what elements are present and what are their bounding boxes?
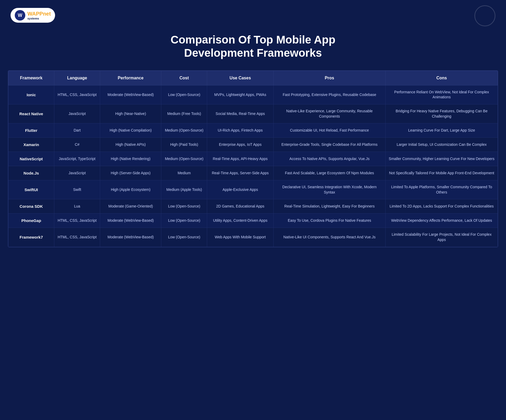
cell-cons: Limited Scalability For Large Projects, … [386, 228, 498, 247]
cell-performance: High (Apple Ecosystem) [100, 180, 161, 199]
cell-cost: Medium (Open-Source) [161, 123, 207, 138]
table-row: Framework7HTML, CSS, JavaScriptModerate … [8, 228, 498, 247]
cell-language: C# [54, 138, 100, 152]
cell-framework: React Native [8, 104, 54, 123]
cell-performance: Moderate (WebView-Based) [100, 228, 161, 247]
cell-cons: Performance Reliant On WebView, Not Idea… [386, 85, 498, 104]
cell-cons: Not Specifically Tailored For Mobile App… [386, 166, 498, 180]
cell-framework: Ionic [8, 85, 54, 104]
cell-performance: Moderate (Game-Oriented) [100, 199, 161, 214]
col-header-language: Language [54, 71, 100, 85]
cell-language: Lua [54, 199, 100, 214]
table-row: XamarinC#High (Native APIs)High (Paid To… [8, 138, 498, 152]
cell-performance: High (Native APIs) [100, 138, 161, 152]
cell-performance: Moderate (WebView-Based) [100, 85, 161, 104]
cell-pros: Enterprise-Grade Tools, Single Codebase … [273, 138, 386, 152]
cell-cost: Low (Open-Source) [161, 199, 207, 214]
cell-usecases: Social Media, Real-Time Apps [207, 104, 273, 123]
cell-usecases: 2D Games, Educational Apps [207, 199, 273, 214]
cell-cost: Low (Open-Source) [161, 214, 207, 228]
cell-framework: SwiftUI [8, 180, 54, 199]
cell-usecases: Real-Time Apps, Server-Side Apps [207, 166, 273, 180]
cell-usecases: Enterprise Apps, IoT Apps [207, 138, 273, 152]
cell-performance: Moderate (WebView-Based) [100, 214, 161, 228]
table-row: FlutterDartHigh (Native Compilation)Medi… [8, 123, 498, 138]
cell-language: Swift [54, 180, 100, 199]
cell-cost: Medium (Free Tools) [161, 104, 207, 123]
cell-cost: Medium (Open-Source) [161, 152, 207, 166]
decorative-circle [474, 5, 495, 26]
table-row: React NativeJavaScriptHigh (Near-Native)… [8, 104, 498, 123]
cell-language: Dart [54, 123, 100, 138]
col-header-framework: Framework [8, 71, 54, 85]
cell-usecases: Real-Time Apps, API-Heavy Apps [207, 152, 273, 166]
table-header-row: Framework Language Performance Cost Use … [8, 71, 498, 85]
logo-icon: W [15, 10, 25, 21]
cell-performance: High (Near-Native) [100, 104, 161, 123]
cell-pros: Declarative UI, Seamless Integration Wit… [273, 180, 386, 199]
cell-usecases: UI-Rich Apps, Fintech Apps [207, 123, 273, 138]
cell-pros: Real-Time Simulation, Lightweight, Easy … [273, 199, 386, 214]
col-header-pros: Pros [273, 71, 386, 85]
cell-performance: High (Server-Side Apps) [100, 166, 161, 180]
cell-pros: Native-Like Experience, Large Community,… [273, 104, 386, 123]
cell-pros: Easy To Use, Cordova Plugins For Native … [273, 214, 386, 228]
cell-language: JavaScript, TypeScript [54, 152, 100, 166]
cell-usecases: Apple-Exclusive Apps [207, 180, 273, 199]
cell-pros: Fast And Scalable, Large Ecosystem Of Np… [273, 166, 386, 180]
table-row: Node.JsJavaScriptHigh (Server-Side Apps)… [8, 166, 498, 180]
cell-cost: Low (Open-Source) [161, 228, 207, 247]
cell-usecases: MVPs, Lightweight Apps, PWAs [207, 85, 273, 104]
cell-cons: Larger Initial Setup, UI Customization C… [386, 138, 498, 152]
cell-performance: High (Native Rendering) [100, 152, 161, 166]
cell-language: HTML, CSS, JavaScript [54, 85, 100, 104]
col-header-usecases: Use Cases [207, 71, 273, 85]
cell-language: JavaScript [54, 166, 100, 180]
cell-performance: High (Native Compilation) [100, 123, 161, 138]
cell-framework: Node.Js [8, 166, 54, 180]
cell-cons: Learning Curve For Dart, Large App Size [386, 123, 498, 138]
cell-framework: Flutter [8, 123, 54, 138]
cell-framework: Corona SDK [8, 199, 54, 214]
cell-language: HTML, CSS, JavaScript [54, 214, 100, 228]
cell-pros: Access To Native APIs, Supports Angular,… [273, 152, 386, 166]
table-row: PhoneGapHTML, CSS, JavaScriptModerate (W… [8, 214, 498, 228]
cell-cons: Bridging For Heavy Native Features, Debu… [386, 104, 498, 123]
cell-pros: Native-Like UI Components, Supports Reac… [273, 228, 386, 247]
cell-language: JavaScript [54, 104, 100, 123]
cell-framework: Xamarin [8, 138, 54, 152]
cell-framework: NativeScript [8, 152, 54, 166]
cell-cost: Low (Open-Source) [161, 85, 207, 104]
logo-sub: systems [27, 17, 51, 20]
cell-cons: Limited To Apple Platforms, Smaller Comm… [386, 180, 498, 199]
cell-usecases: Utility Apps, Content-Driven Apps [207, 214, 273, 228]
cell-cost: Medium (Apple Tools) [161, 180, 207, 199]
col-header-cost: Cost [161, 71, 207, 85]
page-title: Comparison Of Top Mobile App Development… [134, 33, 372, 60]
cell-cons: Smaller Community, Higher Learning Curve… [386, 152, 498, 166]
table-row: Corona SDKLuaModerate (Game-Oriented)Low… [8, 199, 498, 214]
cell-cons: WebView Dependency Affects Performance, … [386, 214, 498, 228]
col-header-performance: Performance [100, 71, 161, 85]
col-header-cons: Cons [386, 71, 498, 85]
cell-framework: Framework7 [8, 228, 54, 247]
cell-cost: High (Paid Tools) [161, 138, 207, 152]
comparison-table: Framework Language Performance Cost Use … [8, 70, 498, 247]
logo-name: WAPPnet [27, 11, 51, 17]
cell-pros: Customizable UI, Hot Reload, Fast Perfor… [273, 123, 386, 138]
cell-cost: Medium [161, 166, 207, 180]
table-row: IonicHTML, CSS, JavaScriptModerate (WebV… [8, 85, 498, 104]
logo: W WAPPnet systems [11, 8, 55, 23]
table-row: NativeScriptJavaScript, TypeScriptHigh (… [8, 152, 498, 166]
table-row: SwiftUISwiftHigh (Apple Ecosystem)Medium… [8, 180, 498, 199]
cell-cons: Limited To 2D Apps, Lacks Support For Co… [386, 199, 498, 214]
cell-usecases: Web Apps With Mobile Support [207, 228, 273, 247]
cell-language: HTML, CSS, JavaScript [54, 228, 100, 247]
cell-pros: Fast Prototyping, Extensive Plugins, Reu… [273, 85, 386, 104]
cell-framework: PhoneGap [8, 214, 54, 228]
header: W WAPPnet systems [5, 5, 501, 25]
